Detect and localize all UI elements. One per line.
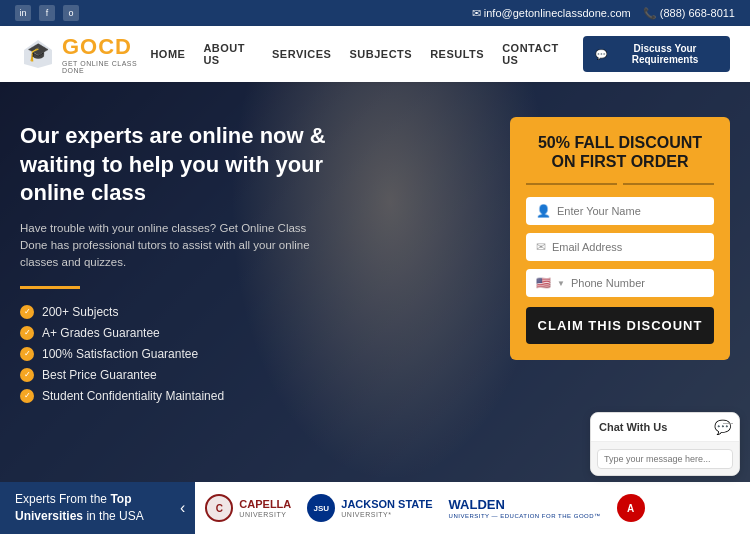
hero-title: Our experts are online now & waiting to … <box>20 122 340 208</box>
nav-links: HOME ABOUT US SERVICES SUBJECTS RESULTS … <box>150 36 730 72</box>
capella-icon: C <box>205 494 233 522</box>
feature-satisfaction: ✓ 100% Satisfaction Guarantee <box>20 347 490 361</box>
hero-divider <box>20 286 80 289</box>
discount-form-box: 50% FALL DISCOUNT ON FIRST ORDER 👤 ✉ 🇺🇸 <box>510 117 730 360</box>
instagram-icon[interactable]: o <box>63 5 79 21</box>
check-icon-3: ✓ <box>20 347 34 361</box>
chat-close-button[interactable]: — <box>723 417 733 428</box>
user-icon: 👤 <box>536 204 551 218</box>
social-links: in f o <box>15 5 79 21</box>
hero-description: Have trouble with your online classes? G… <box>20 220 320 272</box>
claim-discount-button[interactable]: CLAIM THIS DISCOUNT <box>526 307 714 344</box>
nav-home[interactable]: HOME <box>150 48 185 60</box>
discount-divider <box>526 183 714 185</box>
phone-text: 📞 (888) 668-8011 <box>643 7 735 20</box>
phone-field: 🇺🇸 ▼ <box>526 269 714 297</box>
top-bar: in f o ✉ info@getonlineclassdone.com 📞 (… <box>0 0 750 26</box>
hero-features: ✓ 200+ Subjects ✓ A+ Grades Guarantee ✓ … <box>20 305 490 403</box>
flag-icon: 🇺🇸 <box>536 276 551 290</box>
email-text: ✉ info@getonlineclassdone.com <box>472 7 631 20</box>
chat-widget: — Chat With Us 💬 <box>590 412 740 476</box>
discount-form: 👤 ✉ 🇺🇸 ▼ CLAIM THIS DISCOUNT <box>526 197 714 344</box>
uni-asu: A <box>617 494 645 522</box>
check-icon-4: ✓ <box>20 368 34 382</box>
check-icon-1: ✓ <box>20 305 34 319</box>
universities-list: C CAPELLA UNIVERSITY JSU JACKSON STATE U… <box>195 482 750 534</box>
logo-icon: 🎓 <box>20 36 56 72</box>
email-input[interactable] <box>552 241 704 253</box>
check-icon-5: ✓ <box>20 389 34 403</box>
facebook-icon[interactable]: f <box>39 5 55 21</box>
nav-results[interactable]: RESULTS <box>430 48 484 60</box>
bottom-bar: Experts From the Top Universities in the… <box>0 482 750 534</box>
feature-subjects: ✓ 200+ Subjects <box>20 305 490 319</box>
nav-subjects[interactable]: SUBJECTS <box>349 48 412 60</box>
name-input[interactable] <box>557 205 704 217</box>
asu-icon: A <box>617 494 645 522</box>
uni-walden: WALDEN UNIVERSITY — EDUCATION FOR THE GO… <box>449 497 601 519</box>
contact-info: ✉ info@getonlineclassdone.com 📞 (888) 66… <box>472 7 735 20</box>
linkedin-icon[interactable]: in <box>15 5 31 21</box>
check-icon-2: ✓ <box>20 326 34 340</box>
email-icon: ✉ <box>536 240 546 254</box>
prev-universities-button[interactable]: ‹ <box>170 499 195 517</box>
flag-dropdown[interactable]: ▼ <box>557 279 565 288</box>
email-field: ✉ <box>526 233 714 261</box>
nav-about[interactable]: ABOUT US <box>203 42 254 66</box>
svg-text:🎓: 🎓 <box>27 41 50 63</box>
universities-tagline: Experts From the Top Universities in the… <box>0 482 170 534</box>
feature-price: ✓ Best Price Guarantee <box>20 368 490 382</box>
chat-title: Chat With Us <box>599 421 667 433</box>
chat-input-area <box>591 442 739 475</box>
nav-services[interactable]: SERVICES <box>272 48 331 60</box>
feature-grades: ✓ A+ Grades Guarantee <box>20 326 490 340</box>
logo-text: GOCD <box>62 34 150 60</box>
discuss-button[interactable]: Discuss Your Requirements <box>583 36 730 72</box>
jsu-icon: JSU <box>307 494 335 522</box>
navbar: 🎓 GOCD GET ONLINE CLASS DONE HOME ABOUT … <box>0 26 750 82</box>
feature-confidentiality: ✓ Student Confidentiality Maintained <box>20 389 490 403</box>
logo-subtitle: GET ONLINE CLASS DONE <box>62 60 150 74</box>
discount-title: 50% FALL DISCOUNT ON FIRST ORDER <box>526 133 714 171</box>
chat-input[interactable] <box>597 449 733 469</box>
nav-contact[interactable]: CONTACT US <box>502 42 565 66</box>
name-field: 👤 <box>526 197 714 225</box>
hero-left: Our experts are online now & waiting to … <box>20 112 490 403</box>
chat-header: Chat With Us 💬 <box>591 413 739 442</box>
logo: 🎓 GOCD GET ONLINE CLASS DONE <box>20 34 150 74</box>
uni-capella: C CAPELLA UNIVERSITY <box>205 494 291 522</box>
uni-jsu: JSU JACKSON STATE UNIVERSITY* <box>307 494 432 522</box>
phone-input[interactable] <box>571 277 704 289</box>
